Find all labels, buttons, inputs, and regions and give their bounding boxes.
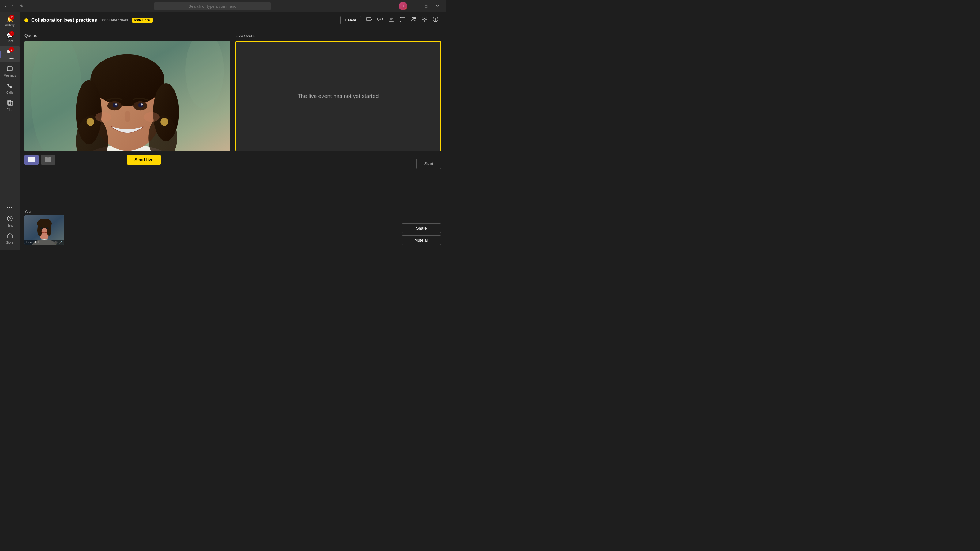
sidebar-item-more[interactable]: ••• bbox=[5, 203, 15, 213]
chat-icon: 💬 1 bbox=[6, 32, 13, 39]
pre-live-badge: PRE-LIVE bbox=[132, 18, 153, 23]
svg-point-19 bbox=[414, 17, 415, 19]
bottom-actions: Share Mute all bbox=[402, 224, 441, 245]
single-view-button[interactable] bbox=[24, 155, 38, 165]
svg-point-22 bbox=[435, 18, 436, 19]
start-button[interactable]: Start bbox=[417, 159, 441, 169]
mute-all-button[interactable]: Mute all bbox=[402, 235, 441, 245]
store-icon bbox=[7, 233, 13, 240]
svg-rect-11 bbox=[367, 17, 371, 21]
sidebar-bottom: ••• ? Help Store bbox=[5, 203, 15, 250]
chat-icon-btn[interactable] bbox=[397, 14, 408, 26]
sidebar-label-calls: Calls bbox=[6, 91, 13, 94]
minimize-button[interactable]: − bbox=[410, 2, 421, 10]
calls-icon bbox=[7, 83, 13, 90]
svg-rect-2 bbox=[7, 67, 12, 71]
chat-badge: 1 bbox=[10, 31, 14, 36]
svg-point-38 bbox=[113, 103, 118, 108]
sidebar-item-store[interactable]: Store bbox=[5, 230, 15, 247]
svg-point-40 bbox=[115, 103, 117, 105]
live-placeholder-text: The live event has not yet started bbox=[298, 93, 379, 100]
nav-forward-button[interactable]: › bbox=[10, 2, 16, 10]
maximize-button[interactable]: □ bbox=[420, 2, 431, 10]
live-event-video: The live event has not yet started bbox=[235, 41, 441, 151]
svg-point-54 bbox=[37, 224, 42, 236]
queue-title: Queue bbox=[24, 33, 230, 38]
activity-icon: 🔔 2 bbox=[6, 16, 13, 23]
sidebar-item-help[interactable]: ? Help bbox=[5, 213, 15, 230]
leave-button[interactable]: Leave bbox=[340, 16, 361, 24]
search-input[interactable] bbox=[154, 2, 271, 10]
svg-text:Q&A: Q&A bbox=[377, 17, 383, 21]
view-controls: Send live bbox=[24, 155, 230, 165]
svg-point-39 bbox=[138, 103, 144, 108]
split-view-button[interactable] bbox=[41, 155, 55, 165]
titlebar-left: ‹ › ✎ bbox=[2, 2, 26, 10]
attendees-icon-btn[interactable] bbox=[408, 14, 419, 26]
teams-icon: 1 bbox=[7, 48, 13, 56]
event-indicator bbox=[24, 18, 28, 22]
sidebar-item-files[interactable]: Files bbox=[0, 97, 20, 114]
send-live-button[interactable]: Send live bbox=[127, 155, 161, 165]
you-icons: 🎥 🎤 bbox=[54, 241, 62, 244]
svg-rect-46 bbox=[28, 157, 35, 162]
svg-point-43 bbox=[161, 118, 168, 125]
content-icon-btn[interactable] bbox=[386, 14, 397, 26]
sidebar-item-meetings[interactable]: Meetings bbox=[0, 63, 20, 79]
svg-point-55 bbox=[46, 225, 51, 236]
nav-back-button[interactable]: ‹ bbox=[2, 2, 9, 10]
queue-panel: Queue bbox=[24, 33, 230, 205]
event-topbar: Collaboration best practices 3333 attend… bbox=[20, 12, 446, 28]
sidebar-label-chat: Chat bbox=[6, 40, 13, 43]
you-name-bar: Danielle B... 🎥 🎤 bbox=[24, 240, 64, 245]
participants-icon-btn[interactable] bbox=[364, 14, 375, 26]
camera-icon: 🎥 bbox=[54, 241, 57, 244]
svg-rect-48 bbox=[48, 157, 51, 162]
sidebar-label-activity: Activity bbox=[5, 23, 15, 27]
settings-icon-btn[interactable] bbox=[419, 14, 430, 26]
app-body: 🔔 2 Activity 💬 1 Chat 1 Teams bbox=[0, 12, 446, 250]
sidebar-label-meetings: Meetings bbox=[4, 74, 16, 77]
files-icon bbox=[7, 100, 13, 108]
nav-buttons: ‹ › bbox=[2, 2, 16, 10]
svg-point-18 bbox=[412, 17, 414, 19]
qa-icon-btn[interactable]: Q&A bbox=[375, 14, 386, 26]
svg-text:?: ? bbox=[9, 217, 11, 221]
help-icon: ? bbox=[7, 216, 13, 223]
svg-point-45 bbox=[144, 112, 160, 122]
compose-button[interactable]: ✎ bbox=[18, 2, 26, 10]
event-title: Collaboration best practices bbox=[31, 17, 97, 23]
more-icon: ••• bbox=[7, 205, 13, 210]
sidebar-item-activity[interactable]: 🔔 2 Activity bbox=[0, 13, 20, 29]
svg-rect-47 bbox=[45, 157, 48, 162]
close-button[interactable]: ✕ bbox=[431, 2, 444, 10]
svg-point-42 bbox=[87, 118, 94, 125]
content-area: Collaboration best practices 3333 attend… bbox=[20, 12, 446, 250]
you-label: You bbox=[24, 210, 64, 214]
sidebar-label-store: Store bbox=[6, 241, 13, 244]
sidebar-item-calls[interactable]: Calls bbox=[0, 80, 20, 97]
attendee-count: 3333 attendees bbox=[101, 18, 128, 22]
svg-point-25 bbox=[31, 41, 83, 151]
sidebar-label-teams: Teams bbox=[5, 57, 14, 60]
titlebar-right: D − □ ✕ bbox=[399, 2, 444, 10]
window-controls: − □ ✕ bbox=[410, 2, 444, 10]
bottom-section: You bbox=[20, 210, 446, 250]
svg-point-44 bbox=[95, 112, 111, 122]
mic-icon: 🎤 bbox=[59, 241, 62, 244]
info-icon-btn[interactable] bbox=[430, 14, 441, 26]
live-panel: Live event The live event has not yet st… bbox=[235, 33, 441, 205]
sidebar-item-teams[interactable]: 1 Teams bbox=[0, 46, 20, 62]
titlebar-center bbox=[26, 2, 399, 10]
share-button[interactable]: Share bbox=[402, 224, 441, 233]
teams-badge: 1 bbox=[9, 47, 14, 52]
meetings-icon bbox=[7, 65, 13, 73]
svg-marker-12 bbox=[371, 18, 372, 20]
svg-point-56 bbox=[40, 227, 43, 229]
main-panels: Queue bbox=[20, 28, 446, 210]
avatar[interactable]: D bbox=[399, 2, 407, 10]
svg-point-20 bbox=[423, 18, 425, 20]
status-dot bbox=[404, 8, 407, 10]
sidebar-item-chat[interactable]: 💬 1 Chat bbox=[0, 30, 20, 45]
sidebar-label-help: Help bbox=[7, 224, 13, 227]
